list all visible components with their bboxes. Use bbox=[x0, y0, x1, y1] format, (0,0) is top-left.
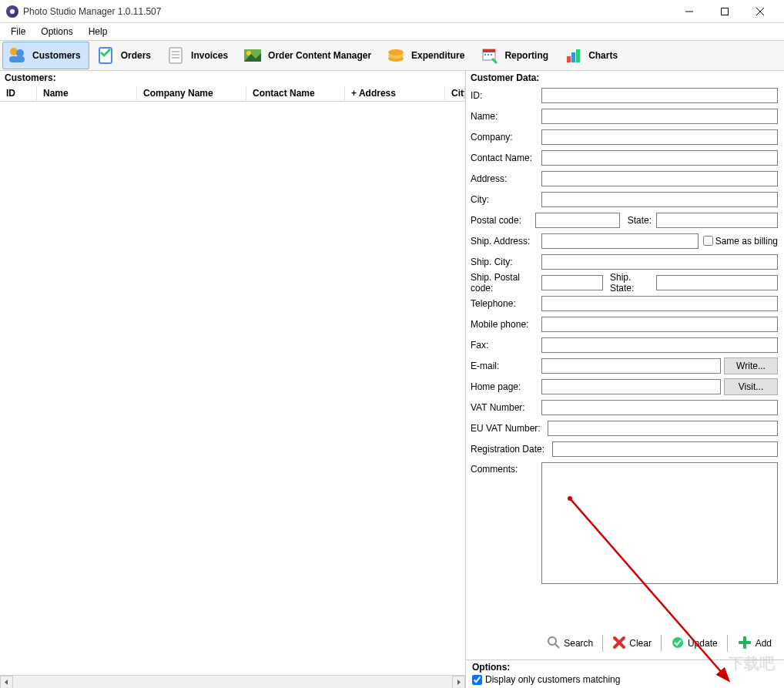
menu-options[interactable]: Options bbox=[33, 25, 80, 39]
label-postal-code: Postal code: bbox=[471, 215, 535, 226]
reporting-icon bbox=[478, 45, 500, 66]
menu-help[interactable]: Help bbox=[81, 25, 116, 39]
input-home-page[interactable] bbox=[541, 379, 721, 394]
display-matching-text: Display only customers matching bbox=[485, 674, 620, 685]
input-ship-address[interactable] bbox=[541, 233, 699, 249]
svg-point-17 bbox=[388, 49, 404, 55]
charts-icon bbox=[562, 45, 584, 66]
input-fax[interactable] bbox=[541, 337, 778, 353]
clear-button[interactable]: Clear bbox=[606, 633, 658, 653]
col-id[interactable]: ID bbox=[0, 86, 37, 100]
input-name[interactable] bbox=[541, 109, 778, 124]
toolbar-order-content-manager[interactable]: Order Content Manager bbox=[238, 42, 380, 69]
input-mobile-phone[interactable] bbox=[541, 317, 778, 332]
clear-label: Clear bbox=[629, 638, 652, 649]
svg-point-32 bbox=[672, 637, 683, 648]
input-email[interactable] bbox=[541, 358, 721, 374]
input-ship-postal-code[interactable] bbox=[541, 275, 603, 290]
toolbar-reporting-label: Reporting bbox=[504, 50, 548, 61]
titlebar: Photo Studio Manager 1.0.11.507 bbox=[0, 0, 784, 23]
input-company[interactable] bbox=[541, 129, 778, 145]
svg-rect-8 bbox=[169, 48, 182, 63]
svg-point-5 bbox=[16, 49, 24, 57]
col-city[interactable]: City bbox=[445, 86, 465, 100]
menu-file[interactable]: File bbox=[3, 25, 33, 39]
invoices-icon bbox=[165, 45, 186, 66]
window-title: Photo Studio Manager 1.0.11.507 bbox=[23, 6, 672, 17]
scroll-left-arrow[interactable] bbox=[0, 676, 13, 689]
label-fax: Fax: bbox=[471, 340, 541, 351]
horizontal-scrollbar[interactable] bbox=[0, 675, 465, 688]
customers-icon bbox=[6, 45, 28, 66]
toolbar-expenditure-label: Expenditure bbox=[411, 50, 464, 61]
label-telephone: Telephone: bbox=[471, 298, 541, 309]
update-button[interactable]: Update bbox=[665, 633, 724, 653]
expenditure-icon bbox=[385, 45, 407, 66]
display-matching-label[interactable]: Display only customers matching bbox=[472, 674, 778, 685]
input-state[interactable] bbox=[656, 213, 778, 228]
input-vat-number[interactable] bbox=[541, 400, 778, 415]
input-registration-date[interactable] bbox=[552, 441, 778, 457]
input-ship-state[interactable] bbox=[656, 275, 778, 290]
input-city[interactable] bbox=[541, 192, 778, 207]
add-button[interactable]: Add bbox=[731, 633, 778, 653]
label-ship-postal-code: Ship. Postal code: bbox=[471, 272, 541, 294]
col-name[interactable]: Name bbox=[37, 86, 137, 100]
app-icon bbox=[6, 5, 18, 18]
input-id[interactable] bbox=[541, 88, 778, 103]
col-company-name[interactable]: Company Name bbox=[137, 86, 246, 100]
label-state: State: bbox=[628, 215, 652, 226]
watermark: 下载吧 bbox=[729, 653, 775, 674]
toolbar-reporting[interactable]: Reporting bbox=[474, 42, 557, 69]
label-company: Company: bbox=[471, 132, 541, 143]
ocm-icon bbox=[242, 45, 263, 66]
search-button[interactable]: Search bbox=[541, 633, 599, 653]
toolbar-charts-label: Charts bbox=[588, 50, 618, 61]
svg-rect-25 bbox=[576, 49, 580, 62]
label-address: Address: bbox=[471, 173, 541, 184]
display-matching-checkbox[interactable] bbox=[472, 675, 482, 685]
minimize-button[interactable] bbox=[672, 0, 707, 23]
svg-marker-26 bbox=[5, 680, 8, 685]
write-button[interactable]: Write... bbox=[724, 357, 778, 374]
same-as-billing-checkbox[interactable] bbox=[703, 236, 713, 246]
svg-rect-6 bbox=[9, 56, 25, 62]
customers-table-body[interactable] bbox=[0, 102, 465, 675]
customers-section-title: Customers: bbox=[0, 71, 465, 85]
input-address[interactable] bbox=[541, 171, 778, 186]
input-postal-code[interactable] bbox=[535, 213, 620, 228]
input-comments[interactable] bbox=[541, 462, 778, 584]
toolbar-expenditure[interactable]: Expenditure bbox=[381, 42, 473, 69]
col-address[interactable]: + Address bbox=[345, 86, 445, 100]
add-icon bbox=[737, 635, 752, 653]
same-as-billing-label[interactable]: Same as billing bbox=[703, 236, 778, 247]
orders-icon bbox=[95, 45, 116, 66]
label-ship-state: Ship. State: bbox=[610, 272, 652, 294]
customers-table-header: ID Name Company Name Contact Name + Addr… bbox=[0, 85, 465, 102]
input-telephone[interactable] bbox=[541, 296, 778, 311]
close-button[interactable] bbox=[742, 0, 778, 23]
scroll-right-arrow[interactable] bbox=[452, 676, 465, 689]
svg-rect-23 bbox=[567, 56, 571, 62]
input-ship-city[interactable] bbox=[541, 254, 778, 270]
toolbar-charts[interactable]: Charts bbox=[558, 42, 626, 69]
svg-marker-27 bbox=[457, 680, 461, 685]
input-contact-name[interactable] bbox=[541, 150, 778, 166]
maximize-button[interactable] bbox=[707, 0, 742, 23]
toolbar-customers[interactable]: Customers bbox=[2, 42, 89, 69]
svg-line-29 bbox=[555, 644, 559, 648]
label-vat-number: VAT Number: bbox=[471, 402, 541, 413]
toolbar-orders[interactable]: Orders bbox=[91, 42, 159, 69]
toolbar: Customers Orders Invoices Order Content … bbox=[0, 40, 784, 71]
label-id: ID: bbox=[471, 90, 541, 101]
col-contact-name[interactable]: Contact Name bbox=[246, 86, 345, 100]
label-contact-name: Contact Name: bbox=[471, 153, 541, 163]
toolbar-invoices[interactable]: Invoices bbox=[161, 42, 236, 69]
toolbar-invoices-label: Invoices bbox=[191, 50, 228, 61]
label-registration-date: Registration Date: bbox=[471, 444, 552, 455]
input-eu-vat-number[interactable] bbox=[548, 421, 778, 436]
svg-rect-21 bbox=[487, 54, 489, 55]
svg-rect-20 bbox=[484, 54, 486, 55]
visit-button[interactable]: Visit... bbox=[724, 378, 778, 395]
update-icon bbox=[671, 636, 685, 652]
